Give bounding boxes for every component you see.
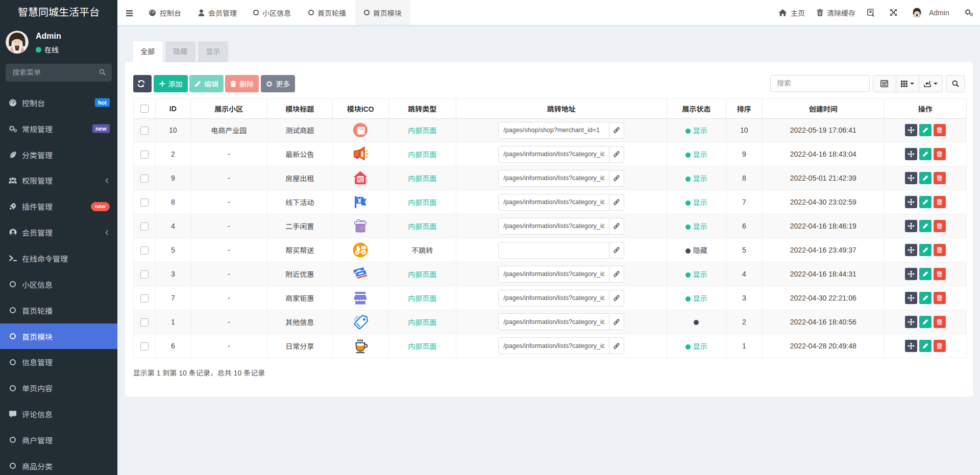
svg-text:手: 手: [360, 224, 365, 232]
svg-text:租: 租: [358, 175, 364, 183]
